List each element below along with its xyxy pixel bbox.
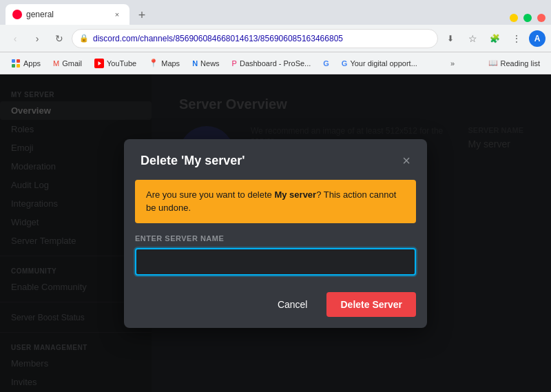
extensions-button[interactable]: 🧩: [485, 29, 504, 48]
warning-server-name: My server: [274, 189, 316, 200]
tab-close-button[interactable]: ×: [112, 9, 123, 20]
tab-favicon: [12, 10, 22, 19]
close-window-button[interactable]: [537, 14, 545, 22]
bookmark-news[interactable]: N News: [187, 56, 225, 71]
profile-avatar[interactable]: A: [529, 30, 545, 47]
active-tab[interactable]: general ×: [6, 4, 129, 25]
bookmarks-bar: overview Apps M Gmail YouTube 📍 Maps N N…: [0, 52, 551, 74]
warning-before: Are you sure you want to delete: [146, 189, 274, 200]
delete-server-button[interactable]: Delete Server: [326, 292, 416, 317]
downloads-button[interactable]: ⬇: [441, 29, 460, 48]
reading-list-button[interactable]: 📖 Reading list: [483, 56, 545, 71]
cancel-button[interactable]: Cancel: [267, 292, 319, 317]
tab-title: general: [26, 10, 107, 19]
gmail-icon: M: [53, 59, 59, 68]
reading-list-label: Reading list: [501, 59, 540, 68]
news-icon: N: [192, 59, 198, 68]
tab-bar: general × +: [0, 0, 551, 25]
modal-overlay: Delete 'My server' × Are you sure you wa…: [0, 74, 551, 392]
address-text: discord.com/channels/856906084668014613/…: [93, 34, 430, 43]
bookmark-google1[interactable]: G: [318, 56, 335, 71]
reload-button[interactable]: ↻: [50, 29, 69, 48]
modal-footer: Cancel Delete Server: [124, 281, 427, 328]
forward-button[interactable]: ›: [28, 29, 47, 48]
bookmark-dashboard[interactable]: P Dashboard - ProSe...: [227, 56, 317, 71]
bookmark-gmail[interactable]: M Gmail: [48, 56, 87, 71]
address-bar[interactable]: 🔒 discord.com/channels/85690608466801461…: [72, 29, 438, 48]
server-name-input-label: ENTER SERVER NAME: [135, 234, 416, 243]
google1-icon: G: [323, 59, 329, 68]
bookmark-youtube[interactable]: YouTube: [89, 56, 142, 71]
modal-body: ENTER SERVER NAME: [124, 234, 427, 276]
lock-icon: 🔒: [79, 34, 89, 43]
new-tab-button[interactable]: +: [132, 6, 152, 25]
more-bookmarks-button[interactable]: »: [446, 56, 459, 71]
svg-rect-0: [12, 59, 15, 63]
google2-icon: G: [342, 59, 348, 68]
server-name-input[interactable]: [135, 248, 416, 276]
back-button[interactable]: ‹: [6, 29, 25, 48]
nav-bar: ‹ › ↻ 🔒 discord.com/channels/85690608466…: [0, 25, 551, 52]
maximize-button[interactable]: [523, 14, 532, 22]
warning-box: Are you sure you want to delete My serve…: [135, 180, 416, 223]
svg-rect-1: [17, 59, 20, 63]
browser-frame: general × + ‹ › ↻ 🔒 discord.com/channels…: [0, 0, 551, 392]
modal-close-button[interactable]: ×: [402, 153, 410, 169]
minimize-button[interactable]: [510, 14, 518, 22]
bookmark-apps[interactable]: overview Apps: [6, 56, 46, 71]
youtube-icon: [94, 59, 104, 68]
apps-icon: [11, 59, 21, 68]
modal-title: Delete 'My server': [141, 154, 245, 168]
more-menu-button[interactable]: ⋮: [507, 29, 526, 48]
bookmark-star-button[interactable]: ☆: [463, 29, 482, 48]
page-content: MY SERVER Overview Roles Emoji Moderatio…: [0, 74, 551, 392]
discord-app: MY SERVER Overview Roles Emoji Moderatio…: [0, 74, 551, 392]
reading-list-icon: 📖: [488, 59, 498, 68]
svg-rect-2: [12, 64, 15, 68]
dashboard-icon: P: [232, 59, 237, 68]
modal-header: Delete 'My server' ×: [124, 139, 427, 180]
warning-text: Are you sure you want to delete My serve…: [146, 188, 405, 215]
maps-icon: 📍: [149, 59, 158, 68]
bookmark-digital[interactable]: G Your digital opport...: [336, 56, 423, 71]
bookmark-maps[interactable]: 📍 Maps: [143, 56, 185, 71]
delete-server-modal: Delete 'My server' × Are you sure you wa…: [124, 139, 427, 328]
svg-rect-3: [17, 64, 20, 68]
